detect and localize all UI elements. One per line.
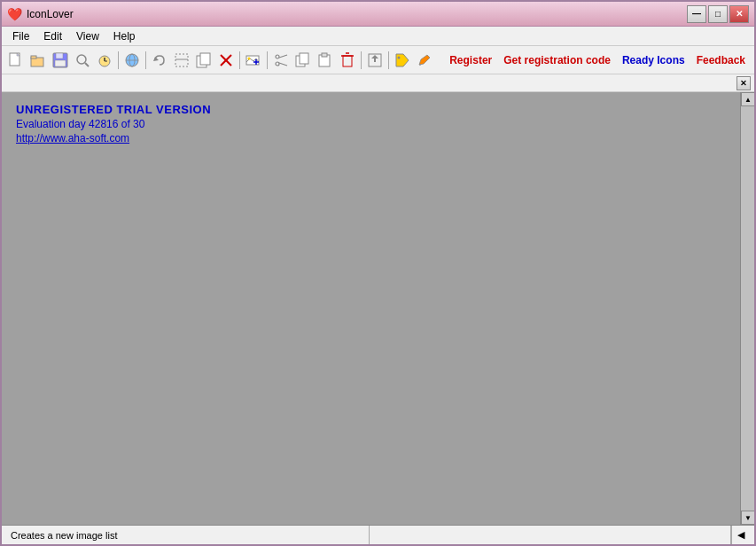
svg-marker-39 bbox=[419, 55, 430, 65]
trial-text-area: UNREGISTERED TRIAL VERSION Evaluation da… bbox=[2, 92, 740, 155]
svg-point-23 bbox=[248, 57, 251, 59]
status-text: Creates a new image list bbox=[11, 530, 117, 541]
svg-rect-5 bbox=[56, 53, 63, 58]
main-content: UNREGISTERED TRIAL VERSION Evaluation da… bbox=[2, 92, 754, 525]
svg-rect-16 bbox=[175, 54, 188, 66]
cut-button[interactable] bbox=[171, 50, 192, 71]
open-button[interactable] bbox=[27, 50, 49, 71]
svg-point-38 bbox=[398, 56, 401, 58]
status-empty bbox=[370, 526, 732, 544]
timer-button[interactable] bbox=[94, 50, 115, 71]
svg-line-8 bbox=[85, 63, 89, 66]
undo-button[interactable] bbox=[149, 50, 170, 71]
svg-rect-29 bbox=[300, 53, 308, 64]
svg-marker-36 bbox=[371, 55, 378, 62]
app-icon: ❤️ bbox=[7, 7, 21, 21]
trial-close-button[interactable]: ✕ bbox=[737, 76, 751, 90]
trial-title: UNREGISTERED TRIAL VERSION bbox=[16, 103, 726, 116]
maximize-button[interactable]: □ bbox=[708, 5, 728, 23]
svg-line-26 bbox=[279, 55, 287, 58]
status-scroll-indicator[interactable]: ◀ bbox=[731, 526, 749, 544]
status-bar: Creates a new image list ◀ bbox=[2, 525, 754, 544]
svg-point-24 bbox=[276, 55, 279, 58]
delete2-button[interactable] bbox=[337, 50, 358, 71]
sep1 bbox=[118, 51, 119, 69]
close-button[interactable]: ✕ bbox=[729, 5, 749, 23]
pen-button[interactable] bbox=[414, 50, 435, 71]
sep5 bbox=[361, 51, 362, 69]
paste2-button[interactable] bbox=[315, 50, 336, 71]
svg-rect-19 bbox=[200, 53, 210, 65]
tag-button[interactable] bbox=[392, 50, 413, 71]
title-bar: ❤️ IconLover — □ ✕ bbox=[2, 2, 754, 27]
title-bar-left: ❤️ IconLover bbox=[7, 7, 74, 21]
trial-website-link[interactable]: http://www.aha-soft.com bbox=[16, 132, 726, 144]
scroll-down-button[interactable]: ▼ bbox=[741, 511, 754, 525]
title-bar-controls: — □ ✕ bbox=[687, 5, 749, 23]
content-wrapper: UNREGISTERED TRIAL VERSION Evaluation da… bbox=[2, 92, 754, 525]
svg-point-25 bbox=[276, 62, 279, 66]
scroll-track[interactable] bbox=[741, 106, 754, 511]
ready-icons-link[interactable]: Ready Icons bbox=[617, 54, 690, 66]
app-title: IconLover bbox=[27, 8, 74, 20]
status-message: Creates a new image list bbox=[7, 526, 370, 544]
scissors-button[interactable] bbox=[270, 50, 292, 71]
feedback-link[interactable]: Feedback bbox=[691, 54, 751, 66]
new-button[interactable] bbox=[5, 50, 27, 71]
save-button[interactable] bbox=[50, 50, 71, 71]
delete-button[interactable] bbox=[215, 50, 237, 71]
menu-file[interactable]: File bbox=[5, 28, 36, 44]
sep4 bbox=[267, 51, 268, 69]
svg-rect-32 bbox=[343, 56, 352, 66]
scroll-up-button[interactable]: ▲ bbox=[741, 92, 754, 106]
export-button[interactable] bbox=[364, 50, 386, 71]
svg-rect-6 bbox=[55, 60, 66, 66]
minimize-button[interactable]: — bbox=[687, 5, 706, 23]
trial-subtitle: Evaluation day 42816 of 30 bbox=[16, 118, 726, 130]
copy2-button[interactable] bbox=[292, 50, 314, 71]
svg-point-7 bbox=[77, 55, 86, 64]
svg-line-27 bbox=[279, 63, 287, 66]
scan-button[interactable] bbox=[72, 50, 93, 71]
svg-rect-3 bbox=[31, 56, 36, 58]
globe-button[interactable] bbox=[121, 50, 143, 71]
copy-button[interactable] bbox=[193, 50, 214, 71]
sep2 bbox=[145, 51, 146, 69]
register-link[interactable]: Register bbox=[444, 54, 497, 66]
svg-marker-37 bbox=[396, 54, 409, 66]
menu-help[interactable]: Help bbox=[106, 28, 143, 44]
svg-rect-31 bbox=[322, 53, 327, 57]
toolbar: Register Get registration code Ready Ico… bbox=[2, 46, 754, 74]
get-code-link[interactable]: Get registration code bbox=[498, 54, 616, 66]
export-image-button[interactable] bbox=[243, 50, 264, 71]
menu-edit[interactable]: Edit bbox=[36, 28, 69, 44]
scrollbar-vertical[interactable]: ▲ ▼ bbox=[740, 92, 754, 525]
sep3 bbox=[239, 51, 240, 69]
menu-view[interactable]: View bbox=[69, 28, 106, 44]
content-area: UNREGISTERED TRIAL VERSION Evaluation da… bbox=[2, 92, 740, 525]
trial-banner-bar: ✕ bbox=[2, 74, 754, 92]
sep6 bbox=[388, 51, 389, 69]
menu-bar: File Edit View Help bbox=[2, 27, 754, 46]
